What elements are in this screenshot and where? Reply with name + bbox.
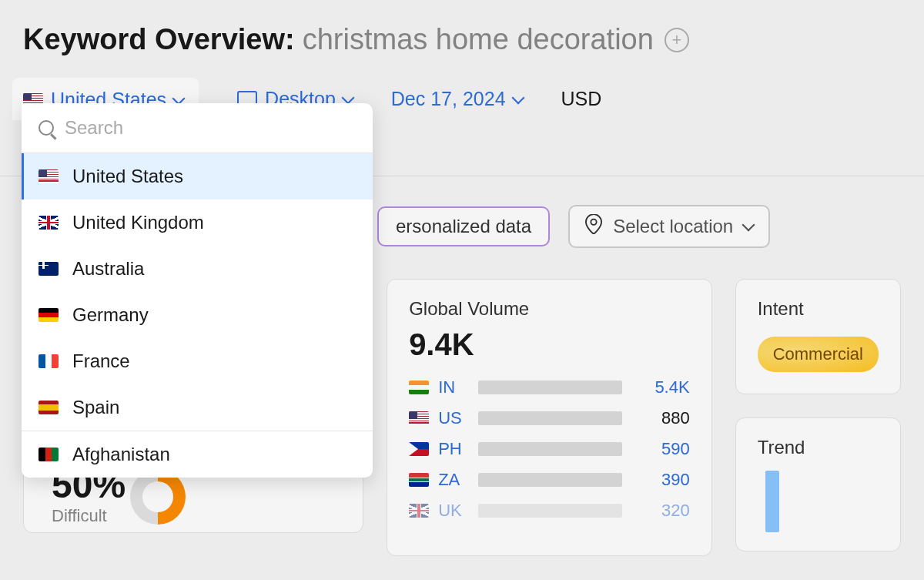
gv-country-code: UK [438,501,469,521]
intent-card: Intent Commercial [735,279,901,394]
chevron-down-icon [742,219,755,232]
country-option-gb[interactable]: United Kingdom [22,199,373,246]
gv-row[interactable]: US880 [409,408,690,428]
country-option-af[interactable]: Afghanistan [22,431,373,478]
gb-flag-icon [409,504,429,518]
country-dropdown: United StatesUnited KingdomAustraliaGerm… [22,103,373,478]
select-location-label: Select location [613,216,733,237]
ph-flag-icon [409,442,429,456]
gb-flag-icon [38,216,59,230]
date-filter[interactable]: Dec 17, 2024 [391,88,523,110]
country-option-au[interactable]: Australia [22,246,373,292]
country-option-fr[interactable]: France [22,338,373,384]
country-option-label: United States [72,166,183,187]
kd-label: Difficult [52,506,107,526]
gv-country-code: ZA [438,470,469,490]
intent-badge: Commercial [758,337,879,372]
country-option-label: Spain [72,397,119,418]
gv-row[interactable]: ZA390 [409,470,690,490]
gv-value: 320 [631,501,690,521]
gv-bar [478,442,622,456]
chevron-down-icon [511,91,524,104]
af-flag-icon [38,448,59,461]
gv-row[interactable]: IN5.4K [409,377,690,397]
search-icon [38,120,54,136]
select-location-button[interactable]: Select location [568,205,770,248]
gv-bar [478,473,622,487]
us-flag-icon [38,169,59,183]
country-search-row [22,103,373,153]
trend-card: Trend [735,417,901,552]
us-flag-icon [409,411,429,425]
chevron-down-icon [341,91,354,104]
fr-flag-icon [38,354,59,368]
country-option-label: United Kingdom [72,212,204,233]
gv-value: 590 [631,439,690,459]
page-title-prefix: Keyword Overview: [23,23,295,56]
gv-bar [478,504,622,518]
gv-row[interactable]: UK320 [409,501,690,521]
page-title-row: Keyword Overview: christmas home decorat… [23,23,901,56]
trend-title: Trend [758,437,879,458]
intent-title: Intent [758,298,879,320]
country-option-label: France [72,350,130,372]
gv-bar [478,411,622,425]
add-keyword-button[interactable]: + [665,28,689,52]
location-pin-icon [585,214,602,239]
au-flag-icon [38,262,59,276]
de-flag-icon [38,308,59,322]
gv-country-code: PH [438,439,469,459]
za-flag-icon [409,473,429,487]
global-volume-value: 9.4K [409,327,690,362]
global-volume-title: Global Volume [409,298,690,320]
es-flag-icon [38,401,59,414]
personalized-data-chip[interactable]: ersonalized data [377,206,550,246]
in-flag-icon [409,381,429,394]
country-option-label: Germany [72,304,149,326]
global-volume-card: Global Volume 9.4K IN5.4KUS880PH590ZA390… [387,279,712,556]
trend-bar [765,471,779,532]
country-option-label: Afghanistan [72,444,170,465]
country-search-input[interactable] [65,117,356,139]
gv-bar [478,381,622,394]
date-filter-label: Dec 17, 2024 [391,88,506,110]
country-option-label: Australia [72,258,144,280]
page-title-keyword: christmas home decoration [303,23,654,56]
gv-value: 390 [631,470,690,490]
gv-value: 880 [631,408,690,428]
country-option-es[interactable]: Spain [22,384,373,431]
country-option-us[interactable]: United States [22,153,373,199]
country-option-de[interactable]: Germany [22,292,373,338]
gv-country-code: IN [438,377,469,397]
gv-country-code: US [438,408,469,428]
gv-value: 5.4K [631,377,690,397]
currency-label: USD [561,88,602,110]
gv-row[interactable]: PH590 [409,439,690,459]
